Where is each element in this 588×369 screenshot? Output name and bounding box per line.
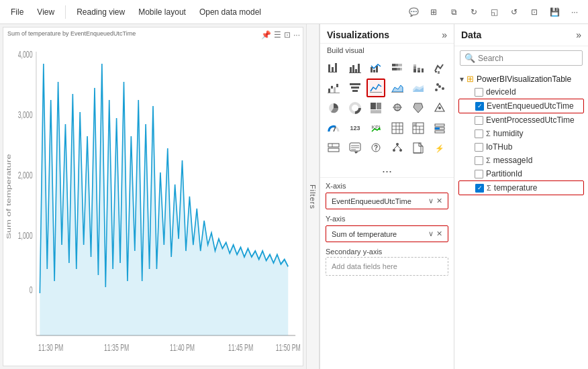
stacked-area-icon[interactable] bbox=[409, 78, 428, 97]
area-chart-icon[interactable] bbox=[388, 78, 407, 97]
xaxis-close-icon[interactable]: ✕ bbox=[436, 197, 442, 205]
comment-icon[interactable]: 💬 bbox=[405, 4, 422, 20]
line-chart-icon[interactable] bbox=[366, 78, 385, 97]
decomp-icon[interactable] bbox=[388, 139, 407, 158]
svg-rect-41 bbox=[331, 86, 333, 89]
field-EventProcessedUtcTime[interactable]: EventProcessedUtcTime bbox=[458, 113, 584, 127]
chart-more-icon[interactable]: ☰ bbox=[274, 30, 281, 40]
qa-icon[interactable]: ? bbox=[366, 139, 385, 158]
data-panel-expand-icon[interactable]: » bbox=[576, 30, 581, 40]
yaxis-close-icon[interactable]: ✕ bbox=[436, 229, 442, 238]
filters-strip[interactable]: Filters bbox=[306, 24, 320, 369]
menu-reading-view[interactable]: Reading view bbox=[71, 5, 130, 19]
funnel-icon[interactable] bbox=[346, 78, 364, 97]
checkbox-PartitionId[interactable] bbox=[475, 170, 483, 178]
stacked-bar-icon[interactable] bbox=[388, 58, 407, 77]
copy-icon[interactable]: ⧉ bbox=[446, 4, 462, 20]
ribbon-icon[interactable] bbox=[430, 58, 449, 77]
menu-view[interactable]: View bbox=[32, 5, 60, 19]
column-chart-icon[interactable] bbox=[346, 58, 364, 77]
filled-map-icon[interactable] bbox=[409, 99, 428, 117]
save-icon[interactable]: 💾 bbox=[546, 4, 562, 20]
field-PartitionId[interactable]: PartitionId bbox=[458, 167, 584, 180]
donut-icon[interactable] bbox=[346, 99, 364, 117]
format-icon[interactable]: ◱ bbox=[486, 4, 502, 20]
field-messageId[interactable]: Σ messageId bbox=[458, 154, 584, 167]
table-icon[interactable] bbox=[388, 119, 407, 138]
xaxis-chevron-icon[interactable]: ∨ bbox=[428, 197, 434, 205]
card-icon[interactable]: 123 bbox=[346, 119, 364, 138]
yaxis-field-icons: ∨ ✕ bbox=[428, 229, 442, 238]
pie-icon[interactable] bbox=[324, 99, 343, 117]
power-apps-icon[interactable]: ⚡ bbox=[430, 139, 449, 158]
field-IoTHub[interactable]: IoTHub bbox=[458, 140, 584, 154]
menu-mobile-layout[interactable]: Mobile layout bbox=[133, 5, 191, 19]
svg-rect-17 bbox=[328, 72, 337, 72]
menu-file[interactable]: File bbox=[5, 5, 29, 19]
treemap-icon[interactable] bbox=[366, 99, 385, 117]
checkbox-temperature[interactable]: ✓ bbox=[475, 184, 484, 193]
search-box[interactable]: 🔍 bbox=[460, 50, 583, 66]
waterfall-icon[interactable] bbox=[324, 78, 343, 97]
svg-rect-85 bbox=[435, 124, 444, 126]
field-deviceId[interactable]: deviceId bbox=[458, 85, 584, 99]
svg-rect-80 bbox=[413, 123, 416, 126]
smart-narrative-icon[interactable] bbox=[346, 139, 364, 158]
chart-svg: 4,000 3,000 2,000 1,000 0 Sum of tempera… bbox=[3, 28, 303, 366]
chart-expand-icon[interactable]: ⊡ bbox=[284, 30, 291, 40]
field-temperature[interactable]: ✓ Σ temperature bbox=[458, 180, 584, 195]
svg-rect-48 bbox=[370, 92, 382, 93]
paginated-icon[interactable] bbox=[409, 139, 428, 158]
sync-icon[interactable]: ↻ bbox=[466, 4, 482, 20]
svg-marker-67 bbox=[413, 103, 423, 113]
table-group-header[interactable]: ▾ ⊞ PowerBIVisualizationTable bbox=[458, 72, 584, 85]
xaxis-field-box[interactable]: EventEnqueuedUtcTime ∨ ✕ bbox=[326, 193, 448, 209]
svg-rect-46 bbox=[351, 87, 359, 89]
checkbox-EventEnqueuedUtcTime[interactable]: ✓ bbox=[475, 102, 484, 111]
line-bar-icon[interactable] bbox=[366, 58, 385, 77]
menu-open-data-model[interactable]: Open data model bbox=[194, 5, 266, 19]
svg-text:2,000: 2,000 bbox=[18, 170, 33, 181]
pin-icon[interactable]: 📌 bbox=[261, 30, 271, 40]
gauge-icon[interactable] bbox=[324, 119, 343, 138]
grid-icon[interactable]: ⊞ bbox=[426, 4, 442, 20]
multi-row-icon[interactable] bbox=[324, 139, 343, 158]
yaxis-value: Sum of temperature bbox=[332, 230, 428, 238]
map-icon[interactable] bbox=[388, 99, 407, 117]
checkbox-deviceId[interactable] bbox=[475, 88, 483, 97]
checkbox-IoTHub[interactable] bbox=[475, 143, 483, 152]
refresh-icon[interactable]: ↺ bbox=[506, 4, 522, 20]
kpi-icon[interactable]: KPI bbox=[366, 119, 385, 138]
viz-panel-expand-icon[interactable]: » bbox=[442, 30, 447, 40]
checkbox-messageId[interactable] bbox=[475, 156, 483, 165]
svg-rect-60 bbox=[371, 103, 376, 109]
expand-icon[interactable]: ⊡ bbox=[526, 4, 542, 20]
chart-ellipsis-icon[interactable]: ··· bbox=[293, 30, 300, 40]
add-data-fields-box[interactable]: Add data fields here bbox=[326, 257, 448, 276]
search-input[interactable] bbox=[478, 54, 578, 63]
slicer-icon[interactable] bbox=[430, 119, 449, 138]
scatter-icon[interactable] bbox=[430, 78, 449, 97]
more-visuals-button[interactable]: ... bbox=[320, 160, 454, 177]
svg-text:Sum of temperature: Sum of temperature bbox=[5, 154, 12, 239]
yaxis-field-box[interactable]: Sum of temperature ∨ ✕ bbox=[326, 225, 448, 242]
menu-icons: 💬 ⊞ ⧉ ↻ ◱ ↺ ⊡ 💾 ··· bbox=[405, 4, 583, 20]
field-humidity[interactable]: Σ humidity bbox=[458, 127, 584, 140]
svg-rect-61 bbox=[377, 103, 381, 109]
bar-chart-icon[interactable] bbox=[324, 58, 343, 77]
checkbox-EventProcessedUtcTime[interactable] bbox=[475, 116, 483, 125]
svg-rect-40 bbox=[328, 89, 330, 93]
more-icon[interactable]: ··· bbox=[567, 4, 583, 20]
svg-rect-35 bbox=[418, 70, 420, 72]
svg-rect-74 bbox=[392, 123, 403, 134]
svg-rect-104 bbox=[413, 143, 421, 153]
viz-build-label: Build visual bbox=[320, 44, 454, 56]
stacked-col-icon[interactable] bbox=[409, 58, 428, 77]
yaxis-chevron-icon[interactable]: ∨ bbox=[428, 229, 434, 238]
checkbox-humidity[interactable] bbox=[475, 129, 483, 138]
field-name-PartitionId: PartitionId bbox=[486, 169, 580, 178]
azure-map-icon[interactable] bbox=[430, 99, 449, 117]
table-name: PowerBIVisualizationTable bbox=[477, 74, 571, 84]
field-EventEnqueuedUtcTime[interactable]: ✓ EventEnqueuedUtcTime bbox=[458, 99, 584, 113]
matrix-icon[interactable] bbox=[409, 119, 428, 138]
